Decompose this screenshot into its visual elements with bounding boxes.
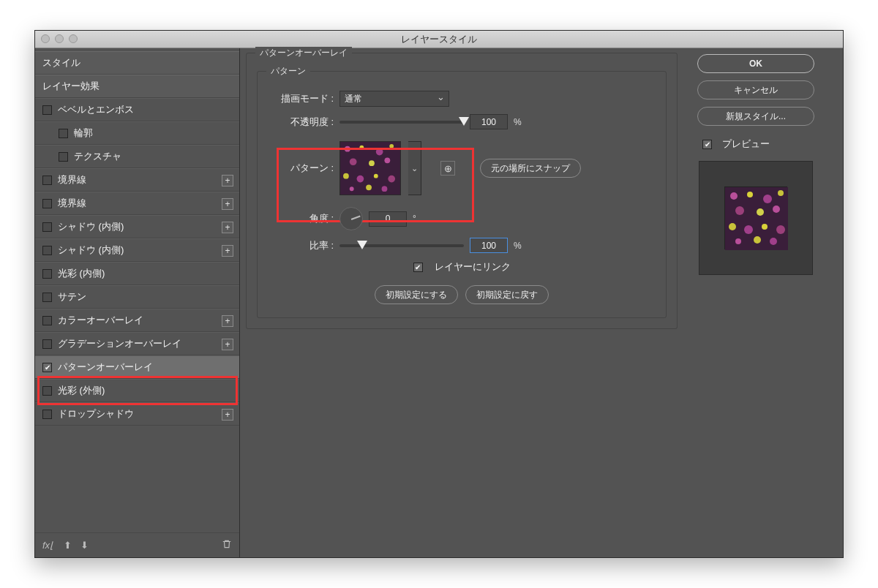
zoom-icon[interactable] — [69, 34, 78, 43]
group-title: パターンオーバーレイ — [255, 47, 352, 59]
preview-label: プレビュー — [722, 137, 770, 151]
svg-point-8 — [343, 173, 349, 179]
link-with-layer-checkbox[interactable]: ✔ — [413, 263, 423, 272]
preview-checkbox[interactable]: ✔ — [702, 140, 712, 149]
effect-checkbox[interactable] — [42, 410, 52, 419]
make-default-button[interactable]: 初期設定にする — [375, 285, 458, 304]
effect-label: 光彩 (内側) — [58, 267, 105, 280]
effect-checkbox[interactable] — [42, 246, 52, 255]
effect-item-13[interactable]: ドロップシャドウ+ — [35, 402, 239, 426]
opacity-row: 不透明度 : % — [268, 114, 656, 129]
pattern-picker-dropdown[interactable]: ⌄ — [408, 141, 421, 195]
effect-item-3[interactable]: 境界線+ — [35, 168, 239, 192]
window-controls — [41, 34, 78, 43]
sidebar-toolbar: fx⌊ ⬆ ⬇ — [35, 532, 239, 557]
add-effect-icon[interactable]: + — [222, 175, 233, 186]
minimize-icon[interactable] — [55, 34, 64, 43]
effect-checkbox[interactable] — [42, 199, 52, 208]
pattern-swatch[interactable] — [339, 141, 401, 195]
move-up-icon[interactable]: ⬆ — [64, 540, 72, 551]
svg-point-12 — [350, 186, 354, 191]
move-down-icon[interactable]: ⬇ — [80, 540, 89, 551]
titlebar[interactable]: レイヤースタイル — [35, 31, 843, 48]
svg-point-22 — [773, 206, 780, 213]
effect-checkbox[interactable] — [42, 386, 52, 396]
effect-checkbox[interactable] — [42, 105, 52, 115]
effect-checkbox[interactable] — [42, 269, 52, 279]
reset-default-button[interactable]: 初期設定に戻す — [465, 285, 549, 304]
effect-label: ドロップシャドウ — [58, 407, 134, 421]
trash-icon[interactable] — [222, 539, 232, 551]
svg-point-24 — [744, 225, 753, 234]
effect-checkbox[interactable] — [42, 222, 52, 232]
sidebar-header-layer-effects[interactable]: レイヤー効果 — [35, 75, 239, 98]
scale-label: 比率 : — [268, 239, 334, 252]
add-effect-icon[interactable]: + — [222, 245, 233, 257]
effect-checkbox[interactable]: ✔ — [42, 363, 52, 372]
effect-item-0[interactable]: ベベルとエンボス — [35, 98, 239, 121]
blend-mode-label: 描画モード : — [268, 92, 334, 105]
effect-item-9[interactable]: カラーオーバーレイ+ — [35, 309, 239, 332]
blend-mode-select[interactable]: 通常 — [339, 91, 449, 107]
svg-point-18 — [763, 195, 772, 203]
add-effect-icon[interactable]: + — [222, 198, 233, 210]
snap-to-origin-button[interactable]: 元の場所にスナップ — [480, 159, 581, 178]
effect-label: サテン — [58, 290, 86, 304]
add-effect-icon[interactable]: + — [222, 222, 233, 233]
angle-row: 角度 : ° — [268, 207, 656, 230]
new-preset-icon[interactable]: ⊕ — [440, 161, 455, 176]
scale-input[interactable] — [470, 238, 508, 253]
effect-checkbox[interactable] — [42, 339, 52, 349]
angle-input[interactable] — [369, 211, 407, 227]
dialog-buttons: OK キャンセル 新規スタイル... ✔ プレビュー — [683, 48, 843, 557]
effect-item-8[interactable]: サテン — [35, 285, 239, 309]
angle-label: 角度 : — [268, 212, 334, 225]
pattern-label: パターン : — [268, 162, 334, 175]
svg-point-4 — [389, 144, 394, 148]
effect-label: カラーオーバーレイ — [58, 314, 143, 327]
svg-point-21 — [757, 208, 764, 216]
effect-item-2[interactable]: テクスチャ — [35, 145, 239, 168]
effect-item-5[interactable]: シャドウ (内側)+ — [35, 215, 239, 238]
effect-item-6[interactable]: シャドウ (内側)+ — [35, 238, 239, 262]
svg-point-5 — [350, 158, 357, 165]
effect-label: テクスチャ — [74, 150, 121, 163]
svg-point-1 — [345, 146, 350, 152]
opacity-input[interactable] — [470, 114, 508, 129]
scale-slider[interactable] — [339, 244, 464, 247]
effect-checkbox[interactable] — [42, 293, 52, 302]
effect-item-4[interactable]: 境界線+ — [35, 192, 239, 215]
svg-point-26 — [776, 225, 785, 234]
link-with-layer-label: レイヤーにリンク — [435, 260, 511, 274]
svg-point-29 — [770, 238, 777, 245]
opacity-label: 不透明度 : — [268, 116, 334, 129]
effect-checkbox[interactable] — [42, 176, 52, 185]
effect-checkbox[interactable] — [59, 129, 68, 138]
svg-point-11 — [388, 176, 395, 183]
svg-point-6 — [369, 160, 375, 166]
effect-item-1[interactable]: 輪郭 — [35, 121, 239, 145]
effect-item-12[interactable]: 光彩 (外側) — [35, 379, 239, 402]
effect-label: 輪郭 — [74, 127, 93, 140]
svg-point-13 — [366, 184, 372, 190]
effect-item-10[interactable]: グラデーションオーバーレイ+ — [35, 332, 239, 355]
close-icon[interactable] — [41, 34, 50, 43]
opacity-slider[interactable] — [339, 121, 464, 124]
effect-checkbox[interactable] — [59, 152, 68, 162]
svg-point-2 — [359, 146, 364, 150]
angle-dial[interactable] — [339, 207, 363, 230]
add-effect-icon[interactable]: + — [222, 339, 233, 350]
fx-menu-icon[interactable]: fx⌊ — [42, 540, 53, 551]
sidebar-header-styles[interactable]: スタイル — [35, 51, 239, 75]
cancel-button[interactable]: キャンセル — [697, 80, 814, 99]
new-style-button[interactable]: 新規スタイル... — [697, 107, 814, 126]
add-effect-icon[interactable]: + — [222, 409, 233, 421]
add-effect-icon[interactable]: + — [222, 315, 233, 327]
effect-checkbox[interactable] — [42, 316, 52, 325]
svg-point-23 — [729, 223, 736, 230]
effect-item-7[interactable]: 光彩 (内側) — [35, 262, 239, 285]
pattern-overlay-group: パターンオーバーレイ パターン 描画モード : 通常 不透明度 : % パ — [246, 53, 678, 329]
ok-button[interactable]: OK — [697, 54, 814, 73]
svg-point-7 — [384, 157, 390, 163]
effect-item-11[interactable]: ✔パターンオーバーレイ — [35, 355, 239, 379]
